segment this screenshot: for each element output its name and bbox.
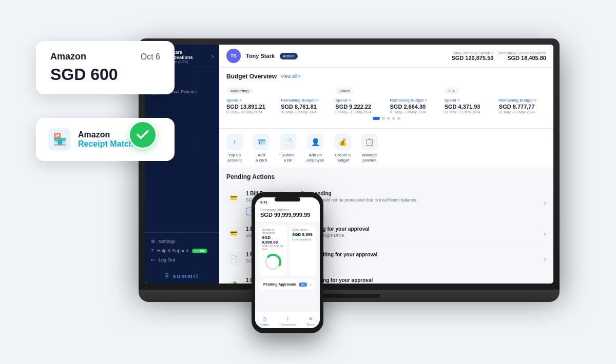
manage-policies-icon: 📋 [361, 134, 378, 150]
sidebar-settings[interactable]: ⚙ Settings [151, 237, 213, 246]
create-budget-icon: 💰 [335, 134, 351, 150]
phone-card-2[interactable]: Communic... SGD 9,999 Limit reached [290, 226, 316, 276]
laptop-wrapper: NI Nexara Innovations Admin (SGD) > 👥 Us… [108, 15, 590, 349]
phone-nav-menu[interactable]: ≡ Menu [307, 315, 315, 326]
top-up-label: Top upaccount [227, 153, 242, 163]
submit-bill-label: Submita bill [282, 153, 295, 163]
transactions-icon: ↕ [286, 315, 290, 322]
dot-2 [382, 117, 385, 120]
action-manage-policies[interactable]: 📋 Managepolicies [361, 134, 378, 163]
admin-badge: Admin [280, 53, 298, 59]
phone-cards-row: Design & Research SGD 9,999.99 SGD 16,00… [255, 223, 320, 279]
create-budget-label: Create abudget [335, 153, 351, 163]
fund-transfer-icon: 💸 [226, 277, 241, 284]
marketing-remaining-amount: SGD 8,761.81 [281, 104, 328, 110]
sales-spend-amount: SGD 9,222.22 [335, 104, 382, 110]
sales-remaining-label[interactable]: Remaining Budget > [390, 98, 437, 103]
summit-dots-icon: ⠿ [165, 273, 170, 279]
laptop-base [139, 290, 560, 302]
menu-icon: ≡ [309, 315, 313, 322]
action-create-budget[interactable]: 💰 Create abudget [335, 134, 351, 163]
company-spending-stat: May Company Spending SGD 120,875.50 [451, 51, 493, 61]
phone-notch [275, 197, 300, 201]
marketing-remaining-label[interactable]: Remaining Budget > [281, 98, 328, 103]
user-avatar: TS [226, 49, 241, 63]
sidebar-footer: ⚙ Settings ? Help & Support Online ↩ Log… [145, 232, 219, 269]
phone-nav: ⌂ Home ↕ Transactions ≡ Menu [255, 311, 320, 328]
hr-remaining-amount: SGD 8.777,77 [499, 104, 546, 110]
summit-wordmark: summit [172, 273, 199, 279]
marketing-spend-amount: SGD 13,891.21 [226, 104, 274, 110]
reimbursement-icon: 📄 [226, 252, 241, 266]
hr-spend-label[interactable]: Spend > [445, 98, 492, 103]
bill-payment-icon-1: 💳 [226, 191, 241, 205]
settings-label: Settings [159, 239, 176, 244]
phone-card-1[interactable]: Design & Research SGD 9,999.99 SGD 16,00… [259, 226, 287, 276]
budget-card-marketing: Marketing Spend > SGD 13,891.21 01 May -… [226, 85, 328, 114]
phone-card-2-limit: Limit reached [292, 238, 313, 241]
quick-actions: ↑ Top upaccount 🪪 Adda card 📄 Submita bi [219, 129, 553, 168]
add-employee-icon: 👤 [307, 134, 323, 150]
action-add-card[interactable]: 🪪 Adda card [253, 134, 270, 163]
help-icon: ? [151, 248, 153, 253]
settings-icon: ⚙ [151, 239, 155, 244]
phone-nav-transactions-label: Transactions [279, 323, 296, 326]
sidebar-help-support[interactable]: ? Help & Support Online [151, 246, 213, 255]
phone-pending-chevron: › [310, 281, 312, 287]
phone-card-2-title: Communic... [292, 228, 313, 231]
add-employee-label: Add anemployee [306, 153, 324, 163]
top-up-icon: ↑ [226, 134, 243, 150]
home-icon: ⌂ [263, 315, 266, 322]
phone-nav-transactions[interactable]: ↕ Transactions [279, 315, 296, 326]
phone-screen: 9:41 Company Balance SGD 99,999,999.99 D… [255, 197, 320, 328]
add-card-label: Adda card [256, 153, 267, 163]
help-label: Help & Support [157, 248, 188, 253]
dot-1 [373, 117, 380, 120]
phone-nav-home[interactable]: ⌂ Home [260, 315, 268, 326]
pending-chevron-4: › [544, 280, 546, 284]
budget-card-sales: Sales Spend > SGD 9,222.22 01 May - 13 M… [335, 85, 437, 114]
manage-policies-label: Managepolicies [362, 153, 377, 163]
remaining-balance-value: SGD 18,405.80 [498, 55, 546, 61]
phone-nav-menu-label: Menu [307, 323, 315, 326]
sidebar-logout[interactable]: ↩ Log Out [151, 255, 213, 265]
phone-pending-approvals[interactable]: Pending Approvals 09 › [259, 279, 316, 290]
phone-chart-area [262, 251, 284, 273]
action-top-up[interactable]: ↑ Top upaccount [226, 134, 243, 163]
phone-card-1-title: Design & Research [262, 228, 284, 234]
sales-spend-label[interactable]: Spend > [335, 98, 382, 103]
phone-pending-label: Pending Approvals [263, 282, 296, 286]
dot-5 [397, 117, 400, 120]
logout-label: Log Out [159, 257, 175, 262]
marketing-spend-label[interactable]: Spend > [226, 98, 274, 103]
action-add-employee[interactable]: 👤 Add anemployee [306, 134, 324, 163]
marketing-tag: Marketing [226, 88, 253, 94]
budget-title: Budget Overview [226, 73, 277, 80]
phone-wrapper: 9:41 Company Balance SGD 99,999,999.99 D… [252, 192, 323, 333]
phone-card-2-amount: SGD 9,999 [292, 232, 313, 237]
laptop: NI Nexara Innovations Admin (SGD) > 👥 Us… [139, 38, 560, 326]
phone-nav-home-label: Home [260, 323, 268, 326]
summit-logo: ⠿ summit [145, 269, 219, 284]
sales-spend-date: 01 May - 13 May 2024 [335, 110, 382, 114]
sales-remaining-amount: SGD 2,664.30 [390, 104, 437, 110]
marketing-remaining-date: 01 May - 13 May 2024 [281, 110, 328, 114]
view-all-link[interactable]: View all > [281, 74, 301, 79]
progress-dots [226, 114, 546, 123]
pending-title: Pending Actions [226, 173, 546, 180]
checkmark-icon [135, 127, 150, 143]
hr-remaining-label[interactable]: Remaining Budget > [499, 98, 546, 103]
check-badge [128, 120, 157, 149]
pending-chevron-1: › [544, 199, 546, 207]
receipt-card-top: Amazon Oct 6 SGD 600 [36, 41, 175, 94]
action-submit-bill[interactable]: 📄 Submita bill [280, 134, 296, 163]
submit-bill-icon: 📄 [280, 134, 296, 150]
budget-cards: Marketing Spend > SGD 13,891.21 01 May -… [226, 85, 546, 114]
company-spending-value: SGD 120,875.50 [451, 55, 493, 61]
online-badge: Online [192, 249, 207, 253]
phone-card-1-amount: SGD 9,999.99 [262, 235, 284, 245]
pending-chevron-2: › [544, 230, 546, 238]
bill-payment-icon-2: 💳 [226, 226, 241, 240]
pending-chevron-3: › [544, 255, 546, 263]
phone-balance-amount: SGD 99,999,999.99 [260, 212, 315, 218]
